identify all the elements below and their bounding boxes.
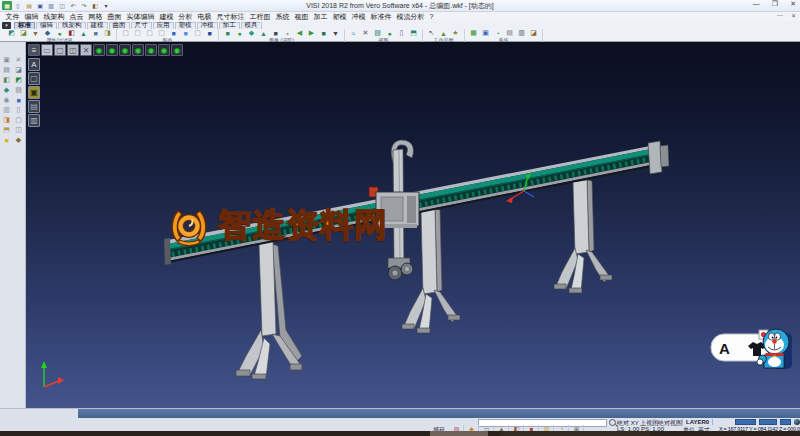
- side-layer-icon[interactable]: ■: [13, 95, 24, 105]
- tab-standard[interactable]: 标准: [14, 22, 35, 29]
- filter-tool-icon[interactable]: ◪: [18, 29, 29, 37]
- menu-modeling[interactable]: 建模: [157, 12, 176, 22]
- view-iso-icon[interactable]: ◉: [93, 44, 105, 56]
- hidden-line-icon[interactable]: ▲: [258, 29, 269, 37]
- view-blank-icon[interactable]: ▭: [41, 44, 53, 56]
- view-split-icon[interactable]: ◫: [67, 44, 79, 56]
- color-darkblue-icon[interactable]: ■: [204, 29, 215, 37]
- side-fold-icon[interactable]: ⬒: [1, 125, 12, 135]
- tab-wireframe[interactable]: 线架构: [58, 22, 86, 29]
- color-swatch-3-icon[interactable]: ▢: [144, 29, 155, 37]
- image-more-icon[interactable]: ▼: [330, 29, 341, 37]
- view-close-icon[interactable]: ✕: [80, 44, 92, 56]
- side-select-icon[interactable]: ▣: [1, 55, 12, 65]
- wire-mode-icon[interactable]: ◆: [246, 29, 257, 37]
- tab-edit[interactable]: 编辑: [36, 22, 57, 29]
- menu-help[interactable]: ?: [427, 13, 436, 20]
- attr-group-icon[interactable]: ■: [90, 29, 101, 37]
- menu-edit[interactable]: 编辑: [22, 12, 41, 22]
- menu-solid-edit[interactable]: 实体编辑: [124, 12, 157, 22]
- render-icon[interactable]: ●: [234, 29, 245, 37]
- menu-mould[interactable]: 塑模: [330, 12, 349, 22]
- mdi-minimize-button[interactable]: —: [777, 12, 783, 19]
- color-blue-icon[interactable]: ■: [168, 29, 179, 37]
- system-table-icon[interactable]: ▤: [504, 29, 515, 37]
- list-box-icon[interactable]: ▥: [28, 114, 40, 127]
- tab-die[interactable]: 冲模: [197, 22, 218, 29]
- workplane-new-icon[interactable]: ▲: [438, 29, 449, 37]
- color-white-icon[interactable]: ▢: [192, 29, 203, 37]
- attr-info-icon[interactable]: ◨: [102, 29, 113, 37]
- tab-surface[interactable]: 曲面: [109, 22, 130, 29]
- zoom-window-icon[interactable]: ▨: [372, 29, 383, 37]
- rotate-right-icon[interactable]: ▶: [306, 29, 317, 37]
- side-disk-icon[interactable]: ◆: [13, 135, 24, 145]
- system-list-icon[interactable]: ▥: [516, 29, 527, 37]
- view-store-icon[interactable]: ⬒: [408, 29, 419, 37]
- menu-point-cloud[interactable]: 点云: [67, 12, 86, 22]
- view-prev-icon[interactable]: ▯: [396, 29, 407, 37]
- side-tool-icon[interactable]: ◨: [1, 115, 12, 125]
- menu-mesh[interactable]: 网格: [86, 12, 105, 22]
- menu-standard-parts[interactable]: 标准件: [368, 12, 394, 22]
- attr-layer-icon[interactable]: ▲: [78, 29, 89, 37]
- shade-mode-icon[interactable]: ■: [222, 29, 233, 37]
- side-swatch-icon[interactable]: ▨: [13, 85, 24, 95]
- side-brush-icon[interactable]: ■: [1, 135, 12, 145]
- grid-box-icon[interactable]: ▤: [28, 100, 40, 113]
- restore-button[interactable]: ❐: [772, 0, 778, 8]
- plane-box-icon[interactable]: ▢: [28, 72, 40, 85]
- workplane-select-icon[interactable]: ↖: [426, 29, 437, 37]
- menu-electrode[interactable]: 电极: [195, 12, 214, 22]
- view-top-icon[interactable]: ◉: [106, 44, 118, 56]
- system-grid-icon[interactable]: ▦: [468, 29, 479, 37]
- system-pen-icon[interactable]: ◪: [528, 29, 539, 37]
- side-box-icon[interactable]: ▥: [1, 105, 12, 115]
- edge-icon[interactable]: ▪: [282, 29, 293, 37]
- zoom-all-icon[interactable]: ●: [384, 29, 395, 37]
- tab-application[interactable]: 应用: [153, 22, 174, 29]
- menu-system[interactable]: 系统: [273, 12, 292, 22]
- view-right-icon[interactable]: ◉: [158, 44, 170, 56]
- side-frame-icon[interactable]: ▤: [1, 65, 12, 75]
- side-pen-icon[interactable]: ◪: [13, 65, 24, 75]
- viewport-menu-icon[interactable]: ≡: [28, 44, 40, 56]
- side-check-icon[interactable]: ◩: [13, 75, 24, 85]
- side-flag-icon[interactable]: ▢: [13, 115, 24, 125]
- attr-match-icon[interactable]: ●: [54, 29, 65, 37]
- annotation-style-icon[interactable]: A: [28, 58, 40, 71]
- texture-icon[interactable]: ■: [318, 29, 329, 37]
- menu-view[interactable]: 视图: [292, 12, 311, 22]
- menu-file[interactable]: 文件: [3, 12, 22, 22]
- mdi-close-button[interactable]: ✕: [791, 12, 796, 19]
- taskbar[interactable]: [0, 431, 800, 436]
- zoom-close-icon[interactable]: ✕: [360, 29, 371, 37]
- menu-drawing[interactable]: 工程图: [247, 12, 273, 22]
- color-swatch-1-icon[interactable]: ▢: [120, 29, 131, 37]
- attr-erase-icon[interactable]: ◧: [66, 29, 77, 37]
- zoom-wave-icon[interactable]: ≈: [348, 29, 359, 37]
- attr-brush-icon[interactable]: ◆: [42, 29, 53, 37]
- tab-mould[interactable]: 塑模: [175, 22, 196, 29]
- system-image-icon[interactable]: ▣: [480, 29, 491, 37]
- view-front-icon[interactable]: ◉: [119, 44, 131, 56]
- doraemon-widget[interactable]: A: [710, 325, 798, 373]
- menu-dimension[interactable]: 尺寸标注: [214, 12, 247, 22]
- side-surf-icon[interactable]: ◧: [1, 75, 12, 85]
- view-bottom-icon[interactable]: ◉: [171, 44, 183, 56]
- side-doc-icon[interactable]: ▯: [13, 105, 24, 115]
- close-button[interactable]: ✕: [790, 0, 796, 8]
- shadow-icon[interactable]: ■: [270, 29, 281, 37]
- system-clock-icon[interactable]: ◔: [492, 29, 503, 37]
- menu-die[interactable]: 冲模: [349, 12, 368, 22]
- view-back-icon[interactable]: ◉: [132, 44, 144, 56]
- side-cut-icon[interactable]: ✕: [13, 55, 24, 65]
- active-mode-icon[interactable]: ▣: [28, 86, 40, 99]
- tab-overflow-button[interactable]: ▾: [2, 22, 11, 29]
- rotate-left-icon[interactable]: ◀: [294, 29, 305, 37]
- tab-tooling[interactable]: 模具: [241, 22, 262, 29]
- attr-dropper-icon[interactable]: ▼: [30, 29, 41, 37]
- tab-machining[interactable]: 加工: [219, 22, 240, 29]
- side-move-icon[interactable]: ◉: [1, 95, 12, 105]
- workplane-star-icon[interactable]: ★: [450, 29, 461, 37]
